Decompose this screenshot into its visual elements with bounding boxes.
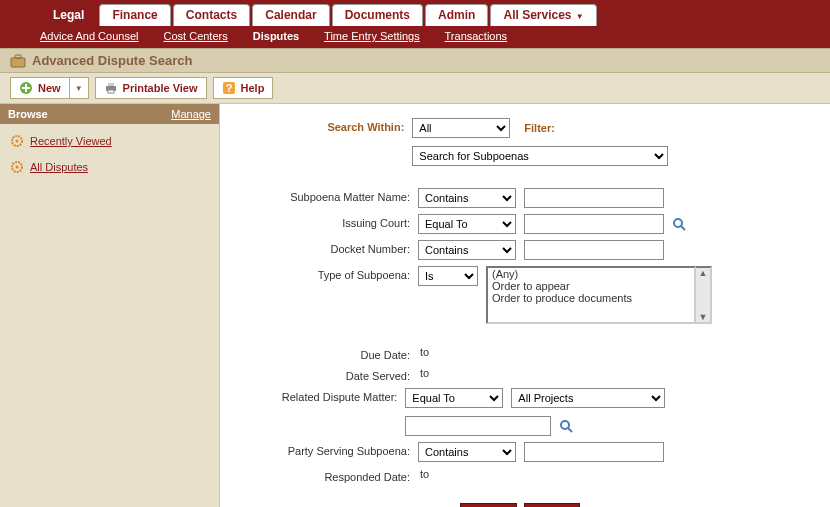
search-button[interactable]: Search [460, 503, 517, 507]
list-item[interactable]: (Any) [488, 268, 694, 280]
gear-icon [10, 160, 24, 174]
svg-line-13 [681, 226, 685, 230]
svg-rect-1 [15, 55, 21, 58]
cancel-button[interactable]: Cancel [524, 503, 580, 507]
list-item[interactable]: Order to produce documents [488, 292, 694, 304]
subpoena-name-input[interactable] [524, 188, 664, 208]
subnav-advice[interactable]: Advice And Counsel [40, 30, 138, 42]
tab-contacts[interactable]: Contacts [173, 4, 250, 26]
svg-text:?: ? [225, 82, 232, 94]
label-party-serving: Party Serving Subpoena: [228, 442, 418, 457]
filter-select[interactable]: Search for Subpoenas [412, 146, 668, 166]
tab-calendar[interactable]: Calendar [252, 4, 329, 26]
gear-icon [10, 134, 24, 148]
to-text: to [418, 367, 429, 379]
subnav-disputes[interactable]: Disputes [253, 30, 299, 42]
svg-point-9 [16, 140, 19, 143]
briefcase-icon [10, 54, 26, 68]
svg-point-12 [674, 219, 682, 227]
svg-point-11 [16, 166, 19, 169]
issuing-court-input[interactable] [524, 214, 664, 234]
issuing-court-op[interactable]: Equal To [418, 214, 516, 234]
subnav-cost[interactable]: Cost Centers [164, 30, 228, 42]
tab-finance[interactable]: Finance [99, 4, 170, 26]
label-subpoena-name: Subpoena Matter Name: [228, 188, 418, 203]
scroll-down-icon[interactable]: ▼ [696, 312, 710, 322]
tab-all-services[interactable]: All Services ▼ [490, 4, 596, 26]
printable-view-button[interactable]: Printable View [95, 77, 207, 99]
subnav: Advice And Counsel Cost Centers Disputes… [0, 26, 830, 48]
svg-rect-0 [11, 58, 25, 67]
svg-rect-5 [108, 90, 114, 93]
sidebar-item-all-disputes[interactable]: All Disputes [10, 160, 209, 174]
sidebar-heading: Browse [8, 108, 48, 120]
subnav-time[interactable]: Time Entry Settings [324, 30, 420, 42]
page-title: Advanced Dispute Search [32, 53, 192, 68]
related-dispute-input[interactable] [405, 416, 551, 436]
label-date-served: Date Served: [228, 367, 418, 382]
help-icon: ? [222, 81, 236, 95]
sidebar-item-recently-viewed[interactable]: Recently Viewed [10, 134, 209, 148]
search-within-select[interactable]: All [412, 118, 510, 138]
subpoena-name-op[interactable]: Contains [418, 188, 516, 208]
chevron-down-icon: ▼ [574, 12, 584, 21]
svg-rect-4 [108, 83, 114, 86]
sidebar: Browse Manage Recently Viewed All Disput… [0, 104, 220, 507]
svg-line-15 [568, 428, 572, 432]
list-item[interactable]: Order to appear [488, 280, 694, 292]
label-responded-date: Responded Date: [228, 468, 418, 483]
printer-icon [104, 81, 118, 95]
plus-icon [19, 81, 33, 95]
type-subpoena-list[interactable]: (Any) Order to appear Order to produce d… [486, 266, 696, 324]
related-dispute-project[interactable]: All Projects [511, 388, 665, 408]
new-button[interactable]: New [10, 77, 69, 99]
search-icon[interactable] [559, 419, 574, 434]
top-tabs: Legal Finance Contacts Calendar Document… [0, 0, 830, 26]
scroll-up-icon[interactable]: ▲ [696, 268, 710, 278]
svg-point-14 [561, 421, 569, 429]
search-form: Search Within: All Filter: Search for Su… [220, 104, 830, 507]
to-text: to [418, 346, 429, 358]
party-serving-input[interactable] [524, 442, 664, 462]
toolbar: New ▼ Printable View ? Help [0, 73, 830, 104]
new-dropdown[interactable]: ▼ [69, 77, 89, 99]
tab-documents[interactable]: Documents [332, 4, 423, 26]
related-dispute-op[interactable]: Equal To [405, 388, 503, 408]
to-text: to [418, 468, 429, 480]
tab-admin[interactable]: Admin [425, 4, 488, 26]
label-filter: Filter: [518, 122, 561, 134]
search-icon[interactable] [672, 217, 687, 232]
docket-number-op[interactable]: Contains [418, 240, 516, 260]
page-titlebar: Advanced Dispute Search [0, 48, 830, 73]
tab-legal[interactable]: Legal [40, 4, 97, 26]
label-docket-number: Docket Number: [228, 240, 418, 255]
subnav-trans[interactable]: Transactions [445, 30, 508, 42]
label-search-within: Search Within: [228, 118, 412, 133]
party-serving-op[interactable]: Contains [418, 442, 516, 462]
help-button[interactable]: ? Help [213, 77, 274, 99]
label-issuing-court: Issuing Court: [228, 214, 418, 229]
manage-link[interactable]: Manage [171, 108, 211, 120]
label-related-dispute: Related Dispute Matter: [228, 388, 405, 403]
docket-number-input[interactable] [524, 240, 664, 260]
type-subpoena-op[interactable]: Is [418, 266, 478, 286]
label-type-subpoena: Type of Subpoena: [228, 266, 418, 281]
chevron-down-icon: ▼ [75, 84, 83, 93]
label-due-date: Due Date: [228, 346, 418, 361]
